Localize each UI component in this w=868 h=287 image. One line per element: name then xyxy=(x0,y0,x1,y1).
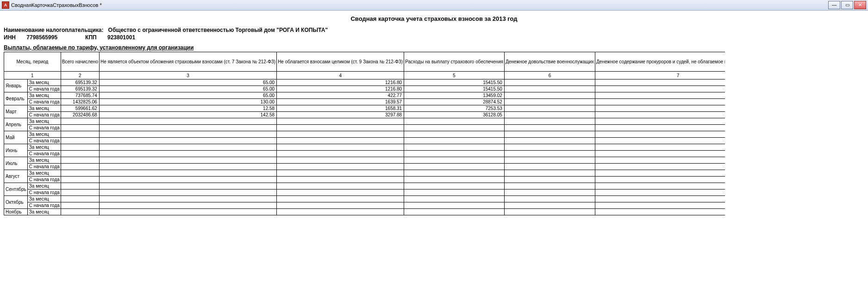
colnum-2[interactable]: 2 xyxy=(61,72,99,79)
cell[interactable] xyxy=(595,92,725,99)
colnum-4[interactable]: 4 xyxy=(277,72,404,79)
cell[interactable] xyxy=(99,196,276,202)
cell[interactable] xyxy=(595,183,725,189)
cell[interactable]: 599661.62 xyxy=(61,105,99,112)
cell[interactable] xyxy=(61,170,99,177)
period-label[interactable]: За месяц xyxy=(27,92,61,99)
cell[interactable]: 2032486.68 xyxy=(61,112,99,118)
cell[interactable] xyxy=(277,183,404,189)
cell[interactable] xyxy=(99,125,276,131)
colnum-1[interactable]: 1 xyxy=(4,72,61,79)
colnum-7[interactable]: 7 xyxy=(595,72,725,79)
hdr-c6[interactable]: Денежное довольствие военнослужащих xyxy=(504,52,595,72)
cell[interactable] xyxy=(99,138,276,144)
cell[interactable]: 13459.02 xyxy=(404,92,505,99)
cell[interactable] xyxy=(595,105,725,112)
period-label[interactable]: С начала года xyxy=(27,86,61,92)
period-label[interactable]: С начала года xyxy=(27,125,61,131)
cell[interactable] xyxy=(61,196,99,202)
cell[interactable] xyxy=(504,164,595,170)
cell[interactable] xyxy=(504,157,595,164)
cell[interactable] xyxy=(404,157,505,164)
cell[interactable] xyxy=(61,164,99,170)
cell[interactable] xyxy=(504,144,595,151)
month-label[interactable]: Апрель xyxy=(4,118,28,131)
cell[interactable] xyxy=(404,144,505,151)
cell[interactable] xyxy=(595,118,725,125)
cell[interactable] xyxy=(404,118,505,125)
cell[interactable]: 28874.52 xyxy=(404,99,505,105)
cell[interactable]: 142.58 xyxy=(99,112,276,118)
month-label[interactable]: Июнь xyxy=(4,144,28,157)
month-label[interactable]: Октябрь xyxy=(4,196,28,209)
period-label[interactable]: С начала года xyxy=(27,99,61,105)
cell[interactable] xyxy=(504,151,595,157)
cell[interactable] xyxy=(99,164,276,170)
period-label[interactable]: За месяц xyxy=(27,131,61,138)
cell[interactable] xyxy=(504,189,595,196)
cell[interactable]: 65.00 xyxy=(99,79,276,86)
cell[interactable] xyxy=(595,170,725,177)
cell[interactable] xyxy=(277,177,404,183)
period-label[interactable]: С начала года xyxy=(27,138,61,144)
maximize-button[interactable]: ▭ xyxy=(841,1,853,9)
period-label[interactable]: С начала года xyxy=(27,112,61,118)
cell[interactable] xyxy=(277,196,404,202)
cell[interactable] xyxy=(404,138,505,144)
cell[interactable] xyxy=(99,144,276,151)
cell[interactable] xyxy=(99,157,276,164)
cell[interactable]: 3297.88 xyxy=(277,112,404,118)
cell[interactable] xyxy=(595,79,725,86)
cell[interactable] xyxy=(277,138,404,144)
cell[interactable] xyxy=(61,177,99,183)
cell[interactable] xyxy=(277,131,404,138)
hdr-month[interactable]: Месяц, период xyxy=(4,52,61,72)
month-label[interactable]: Ноябрь xyxy=(4,209,28,215)
period-label[interactable]: За месяц xyxy=(27,157,61,164)
cell[interactable] xyxy=(504,92,595,99)
cell[interactable] xyxy=(404,131,505,138)
month-label[interactable]: Сентябрь xyxy=(4,183,28,196)
cell[interactable] xyxy=(595,112,725,118)
cell[interactable] xyxy=(277,118,404,125)
month-label[interactable]: Июль xyxy=(4,157,28,170)
close-button[interactable]: ✕ xyxy=(854,1,866,9)
cell[interactable] xyxy=(595,125,725,131)
cell[interactable] xyxy=(404,151,505,157)
cell[interactable] xyxy=(504,183,595,189)
cell[interactable]: 695139.32 xyxy=(61,86,99,92)
period-label[interactable]: С начала года xyxy=(27,189,61,196)
cell[interactable] xyxy=(595,202,725,209)
period-label[interactable]: За месяц xyxy=(27,118,61,125)
cell[interactable]: 65.00 xyxy=(99,92,276,99)
cell[interactable] xyxy=(504,79,595,86)
cell[interactable]: 12.58 xyxy=(99,105,276,112)
cell[interactable] xyxy=(504,131,595,138)
cell[interactable] xyxy=(61,131,99,138)
hdr-c7[interactable]: Денежное содержание прокуроров и судей, … xyxy=(595,52,725,72)
cell[interactable] xyxy=(99,170,276,177)
month-label[interactable]: Май xyxy=(4,131,28,144)
cell[interactable] xyxy=(277,157,404,164)
cell[interactable]: 130.00 xyxy=(99,99,276,105)
cell[interactable] xyxy=(277,202,404,209)
cell[interactable] xyxy=(404,209,505,215)
cell[interactable] xyxy=(404,196,505,202)
cell[interactable]: 1658.31 xyxy=(277,105,404,112)
cell[interactable] xyxy=(61,189,99,196)
cell[interactable] xyxy=(504,118,595,125)
period-label[interactable]: За месяц xyxy=(27,79,61,86)
cell[interactable]: 65.00 xyxy=(99,86,276,92)
period-label[interactable]: За месяц xyxy=(27,144,61,151)
month-label[interactable]: Март xyxy=(4,105,28,118)
cell[interactable]: 422.77 xyxy=(277,92,404,99)
cell[interactable] xyxy=(61,209,99,215)
cell[interactable]: 7253.53 xyxy=(404,105,505,112)
period-label[interactable]: С начала года xyxy=(27,177,61,183)
cell[interactable] xyxy=(277,144,404,151)
cell[interactable]: 1639.57 xyxy=(277,99,404,105)
cell[interactable] xyxy=(404,189,505,196)
cell[interactable] xyxy=(595,189,725,196)
cell[interactable] xyxy=(595,131,725,138)
cell[interactable] xyxy=(404,202,505,209)
